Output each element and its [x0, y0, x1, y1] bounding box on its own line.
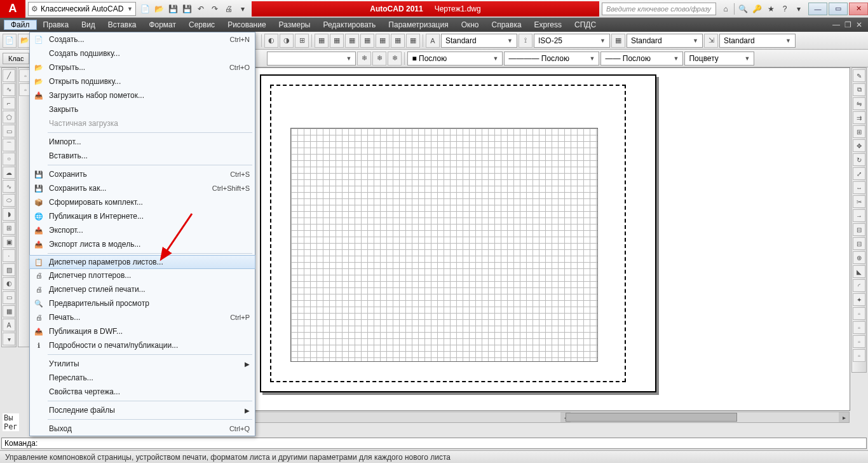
table-icon[interactable]: ▦ — [3, 305, 15, 318]
tb-icon[interactable]: ◐ — [264, 34, 278, 48]
insert-icon[interactable]: ⊞ — [3, 222, 15, 235]
menu-view[interactable]: Вид — [75, 20, 102, 29]
pline-icon[interactable]: ∿ — [3, 83, 15, 96]
menu-window[interactable]: Окно — [455, 20, 485, 29]
file-menu-item[interactable]: 🌐Публикация в Интернете... — [30, 209, 255, 223]
tb-icon[interactable]: ❄ — [372, 52, 386, 66]
gradient-icon[interactable]: ◐ — [3, 277, 15, 290]
infocenter-icon[interactable]: ⌂ — [720, 3, 731, 15]
file-menu-item[interactable]: Переслать... — [30, 371, 255, 385]
saveas-icon[interactable]: 💾 — [180, 3, 193, 15]
tb-icon[interactable]: 📄 — [3, 34, 17, 48]
text-icon[interactable]: A — [3, 319, 15, 331]
menu-insert[interactable]: Вставка — [102, 20, 143, 29]
join-icon[interactable]: ⊕ — [853, 251, 865, 264]
menu-express[interactable]: Express — [528, 20, 568, 29]
explode-icon[interactable]: ✦ — [853, 293, 865, 306]
mleader-style-combo[interactable]: Standard▼ — [719, 34, 796, 48]
menu-dimension[interactable]: Размеры — [273, 20, 317, 29]
break2-icon[interactable]: ⊟ — [853, 237, 865, 250]
menu-spds[interactable]: СПДС — [568, 20, 602, 29]
file-menu-item[interactable]: Закрыть — [30, 102, 255, 116]
tb-icon[interactable]: ▫ — [853, 307, 865, 320]
tb-icon[interactable]: ❄ — [357, 52, 371, 66]
tb-icon[interactable]: ▫ — [853, 335, 865, 348]
lineweight-combo[interactable]: —— Послою▼ — [600, 52, 683, 66]
file-menu-item[interactable]: Последние файлы▶ — [30, 403, 255, 417]
menu-edit[interactable]: Правка — [37, 20, 76, 29]
menu-parametric[interactable]: Параметризация — [382, 20, 454, 29]
menu-format[interactable]: Формат — [142, 20, 182, 29]
file-menu-item[interactable]: Вставить... — [30, 149, 255, 163]
menu-draw[interactable]: Рисование — [221, 20, 272, 29]
move-icon[interactable]: ✥ — [853, 139, 865, 152]
tb-icon[interactable]: ▦ — [330, 34, 344, 48]
menu-tools[interactable]: Сервис — [182, 20, 221, 29]
array-icon[interactable]: ⊞ — [853, 125, 865, 138]
file-menu-item[interactable]: 📋Диспетчер параметров листов... — [29, 255, 255, 269]
command-line[interactable]: Команда: — [1, 438, 867, 449]
help-icon[interactable]: ? — [779, 3, 790, 15]
region-icon[interactable]: ▭ — [3, 291, 15, 304]
circle-icon[interactable]: ○ — [3, 153, 15, 165]
tb-icon[interactable]: ⊞ — [295, 34, 309, 48]
doc-restore-button[interactable]: ❐ — [843, 20, 853, 29]
arc-icon[interactable]: ⌒ — [3, 139, 15, 151]
polyline-icon[interactable]: ⌐ — [3, 97, 15, 110]
addsel-icon[interactable]: ▾ — [3, 333, 15, 345]
binoculars-icon[interactable]: 🔍 — [737, 3, 749, 15]
file-menu-item[interactable]: 💾Сохранить как...Ctrl+Shift+S — [30, 181, 255, 195]
save-icon[interactable]: 💾 — [166, 3, 179, 15]
break-icon[interactable]: ⊟ — [853, 223, 865, 236]
tb-icon[interactable]: ▦ — [391, 34, 405, 48]
file-menu-item[interactable]: Создать подшивку... — [30, 46, 255, 60]
key-icon[interactable]: 🔑 — [751, 3, 763, 15]
text-style-combo[interactable]: Standard▼ — [441, 34, 517, 48]
tb-icon[interactable]: ◑ — [280, 34, 294, 48]
tb-icon[interactable]: ▦ — [611, 34, 625, 48]
point-icon[interactable]: · — [3, 249, 15, 262]
stretch-icon[interactable]: ↔ — [853, 181, 865, 194]
file-menu-item[interactable]: Свойства чертежа... — [30, 385, 255, 399]
file-menu-item[interactable]: 📤Публикация в DWF... — [30, 324, 255, 338]
file-menu-item[interactable]: 📤Экспорт... — [30, 223, 255, 237]
block-icon[interactable]: ▣ — [3, 236, 15, 249]
tb-icon[interactable]: ▦ — [360, 34, 374, 48]
spline-icon[interactable]: ∿ — [3, 180, 15, 193]
color-combo[interactable]: ■ Послою▼ — [407, 52, 503, 66]
close-button[interactable]: ✕ — [849, 3, 868, 15]
revcloud-icon[interactable]: ☁ — [3, 167, 15, 179]
tb-icon[interactable]: ▦ — [406, 34, 420, 48]
table-style-combo[interactable]: Standard▼ — [627, 34, 703, 48]
dim-style-combo[interactable]: ISO-25▼ — [534, 34, 610, 48]
chevron-down-icon[interactable]: ▾ — [236, 3, 249, 15]
file-menu-item[interactable]: ℹПодробности о печати/публикации... — [30, 338, 255, 352]
app-logo[interactable]: A — [0, 0, 25, 18]
rectangle-icon[interactable]: ▭ — [3, 125, 15, 137]
line-icon[interactable]: ╱ — [3, 69, 15, 82]
file-menu-item[interactable]: 📄Создать...Ctrl+N — [30, 32, 255, 46]
erase-icon[interactable]: ✎ — [853, 69, 865, 82]
linetype-combo[interactable]: ———— Послою▼ — [504, 52, 599, 66]
star-icon[interactable]: ★ — [765, 3, 776, 15]
open-icon[interactable]: 📂 — [153, 3, 165, 15]
file-menu-item[interactable]: 📤Экспорт листа в модель... — [30, 237, 255, 251]
hatch-icon[interactable]: ▨ — [3, 263, 15, 276]
ellipse-icon[interactable]: ⬭ — [3, 194, 15, 207]
doc-close-button[interactable]: ✕ — [854, 20, 864, 29]
tb-icon[interactable]: ⇲ — [704, 34, 718, 48]
file-menu-item[interactable]: 🖨Печать...Ctrl+P — [30, 310, 255, 324]
file-menu-item[interactable]: 📂Открыть подшивку... — [30, 74, 255, 88]
file-menu-item[interactable]: 🖨Диспетчер плоттеров... — [30, 268, 255, 282]
tb-icon[interactable]: ⟟ — [519, 34, 532, 48]
rotate-icon[interactable]: ↻ — [853, 153, 865, 166]
tb-icon[interactable]: ▦ — [376, 34, 390, 48]
doc-min-button[interactable]: — — [831, 20, 841, 29]
file-menu-item[interactable]: 📥Загрузить набор пометок... — [30, 88, 255, 102]
menu-modify[interactable]: Редактировать — [316, 20, 382, 29]
workspace-selector[interactable]: ⚙ Классический AutoCAD ▼ — [28, 2, 136, 16]
undo-icon[interactable]: ↶ — [194, 3, 207, 15]
fillet-icon[interactable]: ◜ — [853, 279, 865, 292]
tb-icon[interactable]: ❄ — [388, 52, 402, 66]
polygon-icon[interactable]: ⬠ — [3, 111, 15, 123]
